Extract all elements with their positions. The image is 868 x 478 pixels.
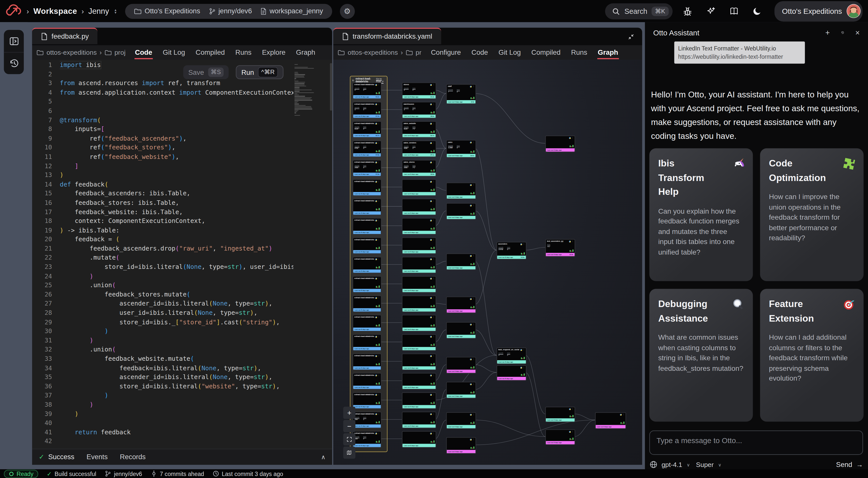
graph-node-staff[interactable]: staff⋮records7tests0Last run 8 days ago9… bbox=[446, 84, 476, 104]
code-line[interactable]: 9 ref("feedback_ascenders"), bbox=[32, 134, 293, 144]
node-menu-icon[interactable]: ⋮ bbox=[433, 278, 434, 280]
node-menu-icon[interactable]: ⋮ bbox=[378, 316, 380, 318]
node-menu-icon[interactable]: ⋮ bbox=[472, 413, 474, 416]
node-menu-icon[interactable]: ⋮ bbox=[472, 438, 474, 441]
code-line[interactable]: 8 inputs=[ bbox=[32, 125, 293, 134]
node-menu-icon[interactable]: ⋮ bbox=[378, 239, 380, 241]
graph-node-extract-load-databricks/read_[interactable]: extract-load-databricks/read_⋮Last run 8… bbox=[352, 257, 381, 274]
code-line[interactable]: 19) -> ibis.Table: bbox=[32, 226, 293, 235]
code-line[interactable]: 34 feedback=ibis.literal(None, type=str)… bbox=[32, 364, 293, 373]
graph-node[interactable]: ⋮Last run 8 days ago bbox=[595, 412, 626, 429]
node-menu-icon[interactable]: ⋮ bbox=[472, 358, 474, 360]
zoom-in-button[interactable]: + bbox=[343, 407, 355, 419]
editor-breadcrumb[interactable]: ottos-expeditions › proj bbox=[36, 49, 125, 57]
tab-configure[interactable]: Configure bbox=[430, 46, 461, 59]
graph-node[interactable]: ⋮Last run 8 days ago bbox=[446, 382, 476, 399]
tab-runs[interactable]: Runs bbox=[235, 46, 252, 59]
suggestion-card-feature-extension[interactable]: Feature Extension How can I add addition… bbox=[760, 289, 864, 422]
graph-node-extract-load-databricks/read_sale[interactable]: extract-load-databricks/read_sale⋮record… bbox=[352, 121, 381, 138]
code-line[interactable]: 31 ) bbox=[32, 337, 293, 346]
graph-node[interactable]: ⋮Last run 8 days ago bbox=[402, 392, 436, 409]
graph-node[interactable]: ⋮Last run 8 days ago bbox=[402, 218, 436, 234]
new-chat-icon[interactable]: + bbox=[823, 28, 833, 38]
node-menu-icon[interactable]: ⋮ bbox=[472, 204, 474, 206]
graph-node[interactable]: ⋮Last run 8 days ago bbox=[446, 203, 476, 220]
node-menu-icon[interactable]: ⋮ bbox=[433, 181, 434, 183]
node-menu-icon[interactable]: ⋮ bbox=[433, 84, 434, 86]
docs-book-icon[interactable] bbox=[725, 3, 742, 19]
context-otto-s-expeditions[interactable]: Otto's Expeditions bbox=[132, 7, 203, 15]
code-line[interactable]: 42 bbox=[32, 437, 293, 447]
footer-tab-events[interactable]: Events bbox=[87, 453, 108, 461]
node-menu-icon[interactable]: ⋮ bbox=[378, 394, 380, 396]
node-menu-icon[interactable]: ⋮ bbox=[433, 394, 434, 396]
code-line[interactable]: 17 feedback_website: ibis.Table, bbox=[32, 208, 293, 217]
node-menu-icon[interactable]: ⋮ bbox=[571, 137, 574, 139]
graph-node-sales_vendors[interactable]: sales_vendors⋮records428Ktests0Last run … bbox=[402, 140, 436, 157]
graph-node[interactable]: ⋮Last run 8 days ago bbox=[446, 322, 476, 339]
code-line[interactable]: 18 context: ComponentExecutionContext, bbox=[32, 217, 293, 226]
suggestion-card-debugging-assistance[interactable]: Debugging Assistance What are common iss… bbox=[649, 289, 753, 422]
graph-node-sales_website[interactable]: sales_website⋮records612Ktests✓1Last run… bbox=[402, 121, 436, 138]
graph-node[interactable]: ⋮Last run 8 days ago bbox=[497, 365, 526, 381]
file-tab-transform-databricks-yaml[interactable]: transform-databricks.yaml bbox=[333, 28, 441, 44]
graph-node[interactable]: ⋮Last run 8 days ago bbox=[402, 257, 436, 274]
code-line[interactable]: 13) bbox=[32, 171, 293, 180]
graph-node-stores[interactable]: stores⋮records5tests0Last run 8 days ago… bbox=[402, 82, 436, 99]
code-line[interactable]: 12 ] bbox=[32, 162, 293, 171]
graph-node-extract-load-databricks/read_[interactable]: extract-load-databricks/read_⋮Last run 8… bbox=[352, 237, 381, 254]
collapse-panel-icon[interactable]: ∧ bbox=[321, 453, 326, 461]
code-line[interactable]: 16 feedback_stores: ibis.Table, bbox=[32, 199, 293, 208]
ascend-logo-icon[interactable] bbox=[5, 3, 22, 19]
code-line[interactable]: 24 ) bbox=[32, 272, 293, 281]
node-menu-icon[interactable]: ⋮ bbox=[378, 161, 380, 163]
code-line[interactable]: 38 ) bbox=[32, 401, 293, 410]
graph-node-extract-load-databricks/read_[interactable]: extract-load-databricks/read_⋮Last run 8… bbox=[352, 334, 381, 351]
graph-node[interactable]: ⋮Last run 8 days ago bbox=[446, 253, 476, 270]
file-tab-feedback-py[interactable]: feedback.py bbox=[32, 28, 98, 44]
code-line[interactable]: 33 feedback_website.mutate( bbox=[32, 355, 293, 364]
status-last-commit-3-days-ago[interactable]: Last commit 3 days ago bbox=[213, 470, 283, 477]
editor-scrollbar[interactable] bbox=[330, 63, 332, 111]
node-menu-icon[interactable]: ⋮ bbox=[523, 367, 525, 369]
workspace-switcher-icon[interactable]: ▴▾ bbox=[115, 8, 116, 14]
node-menu-icon[interactable]: ⋮ bbox=[433, 432, 434, 435]
graph-node[interactable]: ⋮Last run 8 days ago bbox=[402, 412, 436, 428]
context-workspace-jenny[interactable]: workspace_jenny bbox=[258, 7, 325, 15]
dark-mode-moon-icon[interactable] bbox=[749, 3, 765, 19]
code-line[interactable]: 35 ascender_id=ibis.literal(None, type=s… bbox=[32, 373, 293, 382]
node-menu-icon[interactable]: ⋮ bbox=[433, 200, 434, 202]
node-menu-icon[interactable]: ⋮ bbox=[433, 374, 434, 377]
graph-node-extract-load-databricks/read_sale[interactable]: extract-load-databricks/read_sale⋮record… bbox=[352, 140, 381, 157]
graph-node[interactable]: ⋮Last run 8 days ago bbox=[402, 353, 436, 370]
tab-code[interactable]: Code bbox=[471, 46, 489, 59]
node-menu-icon[interactable]: ⋮ bbox=[378, 142, 380, 144]
fit-view-button[interactable] bbox=[343, 433, 355, 445]
status-7-commits-ahead[interactable]: 7 commits ahead bbox=[150, 470, 204, 477]
settings-gear-button[interactable]: ⚙ bbox=[340, 3, 355, 19]
node-menu-icon[interactable]: ⋮ bbox=[571, 431, 574, 433]
graph-node-extract-load-databricks/read_[interactable]: extract-load-databricks/read_⋮Last run 8… bbox=[352, 276, 381, 293]
node-menu-icon[interactable]: ⋮ bbox=[378, 432, 380, 435]
search-input[interactable]: Search ⌘K bbox=[605, 3, 672, 19]
node-menu-icon[interactable]: ⋮ bbox=[571, 408, 574, 410]
node-menu-icon[interactable]: ⋮ bbox=[523, 349, 525, 351]
graph-node-extract-load-databricks/read_[interactable]: extract-load-databricks/read_⋮Last run 8… bbox=[352, 315, 381, 331]
code-line[interactable]: 6 bbox=[32, 107, 293, 116]
run-status[interactable]: ✓ Success bbox=[39, 453, 74, 461]
node-menu-icon[interactable]: ⋮ bbox=[433, 316, 434, 318]
node-menu-icon[interactable]: ⋮ bbox=[433, 297, 434, 299]
node-menu-icon[interactable]: ⋮ bbox=[472, 255, 474, 257]
node-menu-icon[interactable]: ⋮ bbox=[433, 336, 434, 338]
graph-node-ascenders[interactable]: ascenders⋮records3.47Mtests0Last run 8 d… bbox=[497, 242, 526, 260]
mode-selector[interactable]: Super bbox=[696, 461, 714, 469]
status-jenny/dev6[interactable]: jenny/dev6 bbox=[104, 470, 142, 477]
node-menu-icon[interactable]: ⋮ bbox=[433, 239, 434, 241]
code-line[interactable]: 3from ascend.resources import ref, trans… bbox=[32, 79, 293, 89]
graph-node[interactable]: ⋮Last run 8 days ago bbox=[402, 334, 436, 351]
code-line[interactable]: 32 .union( bbox=[32, 345, 293, 355]
graph-node-extract-load-databricks/read_[interactable]: extract-load-databricks/read_⋮Last run 8… bbox=[352, 373, 381, 390]
graph-node[interactable]: ⋮Last run 8 days ago bbox=[446, 357, 476, 374]
chat-input[interactable] bbox=[650, 431, 863, 454]
graph-node[interactable]: ⋮Last run 8 days ago bbox=[545, 135, 575, 152]
